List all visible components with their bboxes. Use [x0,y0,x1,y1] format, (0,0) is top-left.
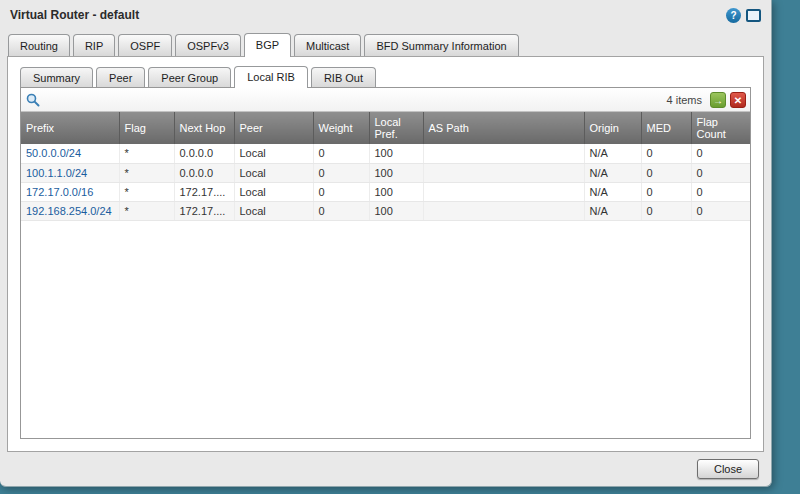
table-row[interactable]: 100.1.1.0/24*0.0.0.0Local0100N/A00 [21,163,750,182]
subtab-peer[interactable]: Peer [96,67,145,87]
subtab-local-rib[interactable]: Local RIB [234,66,308,88]
rib-table-header: Prefix Flag Next Hop Peer Weight Local P… [21,112,750,144]
cell [423,201,584,220]
rib-table-body: 50.0.0.0/24*0.0.0.0Local0100N/A00100.1.1… [21,144,750,220]
column-header-weight[interactable]: Weight [313,112,369,144]
cell: 0 [691,144,750,163]
table-row[interactable]: 50.0.0.0/24*0.0.0.0Local0100N/A00 [21,144,750,163]
cell: 0 [641,163,691,182]
tab-bgp[interactable]: BGP [244,33,291,57]
cell: 172.17.... [174,201,234,220]
column-header-local-pref[interactable]: Local Pref. [369,112,423,144]
bgp-panel: Summary Peer Peer Group Local RIB RIB Ou… [7,56,764,452]
cell: Local [234,182,313,201]
window-icon[interactable] [746,9,761,22]
filter-bar: 4 items → ✕ [21,88,750,112]
cell: 0 [691,163,750,182]
column-header-next-hop[interactable]: Next Hop [174,112,234,144]
search-icon[interactable] [25,92,41,108]
help-icon[interactable]: ? [726,8,741,23]
column-header-peer[interactable]: Peer [234,112,313,144]
cell: 0 [691,201,750,220]
cell: Local [234,163,313,182]
cell: 0 [313,163,369,182]
cell: 172.17.... [174,182,234,201]
filter-input[interactable] [45,91,663,109]
cell: 0.0.0.0 [174,144,234,163]
cell: Local [234,144,313,163]
cell: 100 [369,201,423,220]
dialog-footer: Close [0,452,771,486]
cell: 0 [313,182,369,201]
clear-filter-button[interactable]: ✕ [730,92,746,108]
cell: 0 [313,201,369,220]
tab-multicast[interactable]: Multicast [294,34,361,56]
bgp-subtabbar: Summary Peer Peer Group Local RIB RIB Ou… [8,57,763,87]
dialog-titlebar: Virtual Router - default ? [0,0,771,30]
column-header-med[interactable]: MED [641,112,691,144]
column-header-flag[interactable]: Flag [119,112,174,144]
cell: * [119,163,174,182]
cell: 0 [641,182,691,201]
cell: 0 [641,144,691,163]
tab-rip[interactable]: RIP [73,34,115,56]
rib-table-wrap[interactable]: Prefix Flag Next Hop Peer Weight Local P… [21,112,750,438]
column-header-as-path[interactable]: AS Path [423,112,584,144]
tab-routing[interactable]: Routing [8,34,70,56]
cell: * [119,144,174,163]
cell: N/A [584,201,641,220]
cell [423,182,584,201]
cell [423,144,584,163]
rib-table: Prefix Flag Next Hop Peer Weight Local P… [21,112,750,221]
dialog-title: Virtual Router - default [10,8,726,22]
cell: N/A [584,163,641,182]
tab-bfd-summary-information[interactable]: BFD Summary Information [364,34,518,56]
close-button[interactable]: Close [697,459,759,479]
prefix-cell: 172.17.0.0/16 [21,182,119,201]
table-row[interactable]: 192.168.254.0/24*172.17....Local0100N/A0… [21,201,750,220]
tab-ospf[interactable]: OSPF [118,34,172,56]
items-count: 4 items [667,94,702,106]
column-header-origin[interactable]: Origin [584,112,641,144]
prefix-cell: 100.1.1.0/24 [21,163,119,182]
cell: N/A [584,144,641,163]
apply-filter-button[interactable]: → [710,92,726,108]
prefix-cell: 50.0.0.0/24 [21,144,119,163]
table-row[interactable]: 172.17.0.0/16*172.17....Local0100N/A00 [21,182,750,201]
cell: 100 [369,144,423,163]
tab-ospfv3[interactable]: OSPFv3 [175,34,241,56]
cell: Local [234,201,313,220]
cell: 100 [369,182,423,201]
cell: 0 [313,144,369,163]
subtab-peer-group[interactable]: Peer Group [148,67,231,87]
column-header-flap-count[interactable]: Flap Count [691,112,750,144]
local-rib-content: 4 items → ✕ Prefix Flag [20,87,751,439]
cell: * [119,182,174,201]
subtab-rib-out[interactable]: RIB Out [311,67,376,87]
cell: 100 [369,163,423,182]
prefix-cell: 192.168.254.0/24 [21,201,119,220]
subtab-summary[interactable]: Summary [20,67,93,87]
cell: * [119,201,174,220]
virtual-router-dialog: Virtual Router - default ? Routing RIP O… [0,0,772,487]
column-header-prefix[interactable]: Prefix [21,112,119,144]
cell [423,163,584,182]
cell: 0 [691,182,750,201]
cell: 0 [641,201,691,220]
cell: N/A [584,182,641,201]
cell: 0.0.0.0 [174,163,234,182]
main-tabbar: Routing RIP OSPF OSPFv3 BGP Multicast BF… [0,30,771,56]
